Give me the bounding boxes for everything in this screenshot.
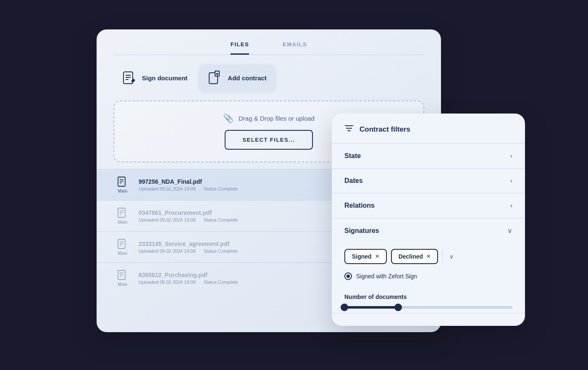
chevron-down-icon: ∨	[507, 227, 512, 235]
file-icon-wrap: Main	[113, 176, 132, 193]
filter-relations-label: Relations	[344, 202, 375, 209]
file-icon-wrap: Main	[113, 270, 132, 287]
slider-thumb-left[interactable]	[341, 304, 348, 311]
tag-signed: Signed ✕	[344, 249, 387, 264]
tab-bar: FILES EMAILS	[97, 29, 441, 55]
file-status: Status Complete	[204, 186, 238, 191]
file-icon-wrap: Main	[113, 207, 132, 225]
signed-zefort-row: Signed with Zefort Sign	[332, 268, 525, 287]
zefort-radio-inner	[346, 275, 350, 278]
num-docs-label: Number of documents	[344, 293, 512, 300]
svg-rect-11	[118, 208, 125, 217]
tag-declined-close[interactable]: ✕	[426, 254, 430, 259]
filter-section-state: State ‹	[332, 144, 525, 169]
drag-drop-text: Drag & Drop files or upload	[239, 115, 315, 122]
tab-emails[interactable]: EMAILS	[283, 41, 307, 55]
file-label: Main	[118, 189, 128, 193]
filter-panel-title: Contract filters	[360, 125, 410, 134]
filter-section-signatures: Signatures ∨ Signed ✕ Declined ✕ ∨	[332, 218, 525, 313]
file-status: Status Complete	[204, 217, 238, 222]
svg-rect-7	[118, 177, 125, 186]
filter-section-dates: Dates ‹	[332, 169, 525, 193]
filter-relations-header[interactable]: Relations ‹	[332, 193, 525, 218]
filter-section-relations: Relations ‹	[332, 193, 525, 218]
select-files-button[interactable]: SELECT FILES...	[225, 130, 312, 150]
tag-signed-close[interactable]: ✕	[375, 254, 379, 259]
signatures-tags: Signed ✕ Declined ✕ ∨	[332, 243, 525, 268]
filter-header: Contract filters	[332, 114, 525, 144]
drag-drop-row: 📎 Drag & Drop files or upload	[223, 113, 315, 123]
action-area: Sign document Add contract	[97, 55, 441, 100]
filter-dates-label: Dates	[344, 177, 363, 185]
filter-signatures-label: Signatures	[344, 227, 379, 235]
add-contract-button[interactable]: Add contract	[199, 64, 275, 91]
file-icon	[117, 238, 129, 250]
upload-date: Uploaded 09.02.2024 19:08	[139, 280, 196, 285]
filter-state-label: State	[344, 152, 361, 160]
file-icon	[117, 176, 129, 188]
file-label: Main	[118, 220, 128, 225]
file-status: Status Complete	[204, 248, 238, 254]
svg-rect-19	[118, 270, 125, 280]
tag-declined: Declined ✕	[391, 249, 438, 264]
zefort-label: Signed with Zefort Sign	[356, 273, 417, 280]
paperclip-icon: 📎	[223, 113, 234, 123]
num-docs-slider[interactable]	[344, 306, 512, 309]
slider-fill	[344, 306, 398, 309]
file-icon	[117, 270, 129, 281]
tab-files[interactable]: FILES	[231, 41, 249, 55]
slider-thumb-right[interactable]	[394, 304, 402, 311]
file-status: Status Complete	[204, 280, 238, 285]
file-icon	[117, 207, 129, 219]
zefort-radio[interactable]	[344, 272, 352, 280]
filter-dates-header[interactable]: Dates ‹	[332, 169, 525, 193]
tags-expand-button[interactable]: ∨	[442, 250, 456, 263]
filter-panel: Contract filters State ‹ Dates ‹ Relatio…	[332, 114, 525, 326]
sign-document-button[interactable]: Sign document	[113, 64, 196, 91]
chevron-left-icon: ‹	[510, 202, 512, 209]
sign-document-label: Sign document	[142, 74, 187, 82]
svg-rect-15	[118, 239, 125, 248]
chevron-left-icon: ‹	[510, 177, 512, 185]
file-label: Main	[118, 251, 128, 256]
scene: FILES EMAILS Sign document	[63, 21, 525, 349]
chevron-left-icon: ‹	[510, 152, 512, 160]
filter-state-header[interactable]: State ‹	[332, 144, 525, 168]
upload-date: Uploaded 09.02.2024 19:08	[139, 217, 196, 222]
file-label: Main	[118, 282, 128, 287]
num-docs-section: Number of documents	[332, 287, 525, 309]
add-contract-label: Add contract	[228, 74, 267, 82]
tag-signed-label: Signed	[352, 253, 372, 260]
tag-declined-label: Declined	[399, 253, 423, 260]
upload-date: Uploaded 09.02.2024 19:08	[139, 186, 196, 191]
filter-icon	[344, 124, 354, 134]
filter-signatures-header[interactable]: Signatures ∨	[332, 218, 525, 243]
upload-date: Uploaded 09.02.2024 19:08	[139, 248, 196, 254]
file-icon-wrap: Main	[113, 238, 132, 256]
